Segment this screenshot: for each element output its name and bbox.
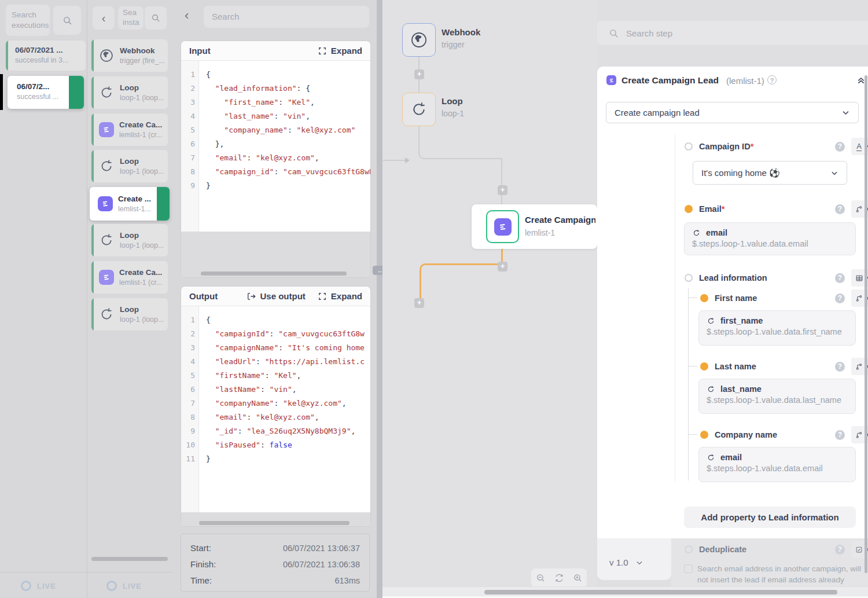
campaign-id-select[interactable]: It's coming home ⚽ (693, 161, 847, 185)
checkbox-type-icon (855, 546, 863, 553)
live-dot-icon (21, 581, 31, 591)
help-icon[interactable]: ? (835, 294, 845, 303)
output-json-code[interactable]: { "campaignId": "cam_vuvgcuc63ftG8w "cam… (199, 306, 370, 512)
horizontal-scrollbar[interactable] (199, 521, 350, 525)
executions-panel: Search executions 06/07/2021 ... success… (0, 0, 87, 598)
search-instances-button[interactable] (145, 6, 167, 30)
execution-title: 06/07/2021 ... (15, 46, 86, 54)
search-executions-input[interactable]: Search executions (6, 5, 50, 36)
execution-stats-card: Start: 06/07/2021 13:06:37 Finish: 06/07… (181, 534, 370, 592)
horizontal-scrollbar[interactable] (91, 557, 168, 561)
add-step-button[interactable]: + (414, 298, 424, 308)
vertical-scrollbar[interactable] (865, 75, 867, 573)
branch-icon (855, 431, 863, 439)
field-state-dot[interactable] (685, 545, 693, 553)
add-property-button[interactable]: Add property to Lead information (684, 507, 856, 528)
step-instance-loop[interactable]: Loop loop-1 (loop... (91, 76, 168, 109)
field-state-dot[interactable] (685, 274, 693, 282)
loop-icon (98, 158, 115, 174)
stat-label: Finish: (190, 556, 216, 573)
help-icon[interactable]: ? (835, 430, 845, 440)
workflow-canvas[interactable]: + + + + Webhook trigger Loop loop-1 Crea… (382, 0, 597, 598)
help-icon[interactable]: ? (835, 545, 845, 555)
step-instance-loop[interactable]: Loop loop-1 (loop... (91, 298, 168, 331)
operation-select[interactable]: Create campaign lead (606, 102, 859, 123)
live-toggle[interactable]: LIVE (106, 581, 142, 591)
help-icon[interactable]: ? (835, 204, 845, 214)
live-toggle[interactable]: LIVE (21, 581, 56, 591)
step-instance-lemlist[interactable]: Create Ca... lemlist-1 (cr... (91, 261, 168, 294)
company-name-value-box[interactable]: email $.steps.loop-1.value.data.email (698, 447, 856, 482)
status-bar (91, 298, 94, 331)
loop-icon (707, 453, 715, 462)
chevron-left-icon[interactable]: ‹ (185, 8, 189, 23)
webhook-node[interactable] (402, 23, 436, 57)
create-campaign-node[interactable]: Create Campaign L lemlist-1 (472, 204, 597, 249)
reset-zoom-button[interactable] (554, 573, 564, 583)
expand-button[interactable]: Expand (331, 46, 362, 56)
field-state-dot[interactable] (700, 294, 708, 302)
first-name-row: First name ? (700, 289, 868, 307)
help-icon[interactable]: ? (835, 273, 845, 283)
inspector-title: Create Campaign Lead (621, 75, 719, 86)
step-instance-lemlist[interactable]: Create Ca... lemlist-1 (cr... (91, 113, 168, 146)
input-card-filler (181, 232, 370, 277)
last-name-value-box[interactable]: last_name $.steps.loop-1.value.data.last… (698, 379, 856, 414)
loop-icon (98, 85, 115, 101)
branch-icon (855, 206, 863, 213)
loop-icon (98, 306, 115, 322)
chevron-down-icon (635, 559, 643, 567)
collapse-panel-button[interactable]: ‹ (93, 6, 115, 30)
help-icon[interactable]: ? (835, 362, 845, 372)
panel-resize-divider[interactable] (377, 0, 382, 598)
last-name-row: Last name ? (700, 358, 868, 375)
execution-item-selected[interactable]: 06/07/2... successful ... (8, 76, 84, 109)
zoom-out-button[interactable] (536, 573, 546, 583)
left-right-arrows-icon: ↔ (377, 267, 383, 274)
deduplicate-description: Search email address in another campaign… (697, 563, 861, 585)
use-output-button[interactable]: Use output (260, 291, 305, 301)
step-instance-loop[interactable]: Loop loop-1 (loop... (91, 224, 168, 256)
add-step-button[interactable]: + (498, 185, 507, 195)
add-step-button[interactable]: + (414, 69, 424, 79)
step-instance-loop[interactable]: Loop loop-1 (loop... (91, 150, 168, 182)
help-icon[interactable]: ? (767, 75, 777, 85)
horizontal-scrollbar[interactable] (201, 272, 347, 276)
search-io-input[interactable]: Search (204, 6, 369, 28)
step-subtitle: loop-1 (loop... (120, 94, 164, 102)
io-panel: ‹ Search Input Expand 123456789 { "lead_… (173, 0, 377, 598)
stat-label: Start: (190, 540, 211, 556)
field-state-dot[interactable] (685, 142, 693, 151)
field-state-dot[interactable] (700, 431, 708, 439)
search-step-bar[interactable]: Search step (597, 21, 868, 45)
step-instance-selected[interactable]: Create ... lemlist-1... (90, 187, 170, 221)
loop-node[interactable] (402, 93, 436, 126)
step-instance-webhook[interactable]: Webhook trigger (fire_... (91, 39, 168, 72)
lemlist-icon (99, 122, 114, 137)
status-bar (91, 113, 94, 146)
tree-line (688, 366, 697, 366)
status-bar (91, 150, 94, 182)
input-json-code[interactable]: { "lead_information": { "first_name": "K… (199, 61, 370, 232)
stat-label: Time: (190, 573, 212, 589)
stat-value: 06/07/2021 13:06:38 (283, 556, 360, 573)
email-value-box[interactable]: email $.steps.loop-1.value.data.email (684, 222, 856, 255)
bottom-scroll-thumb[interactable] (484, 590, 837, 595)
status-bar (91, 76, 94, 109)
deduplicate-checkbox[interactable] (684, 564, 693, 573)
field-label: Lead information (699, 273, 767, 283)
step-subtitle: trigger (fire_... (120, 57, 165, 65)
output-title: Output (189, 291, 218, 301)
field-state-dot[interactable] (700, 362, 708, 370)
live-label: LIVE (123, 582, 142, 590)
field-state-dot[interactable] (685, 205, 693, 213)
first-name-value-box[interactable]: first_name $.steps.loop-1.value.data.fir… (698, 310, 856, 346)
expand-button[interactable]: Expand (331, 291, 362, 301)
add-step-button[interactable]: + (498, 262, 507, 272)
help-icon[interactable]: ? (835, 142, 845, 152)
search-instances-input[interactable]: Sea insta (118, 6, 144, 30)
zoom-in-button[interactable] (573, 573, 583, 583)
version-select[interactable]: v 1.0 (609, 557, 643, 567)
search-executions-button[interactable] (53, 6, 81, 35)
execution-item[interactable]: 06/07/2021 ... successful in 3... (6, 41, 86, 71)
